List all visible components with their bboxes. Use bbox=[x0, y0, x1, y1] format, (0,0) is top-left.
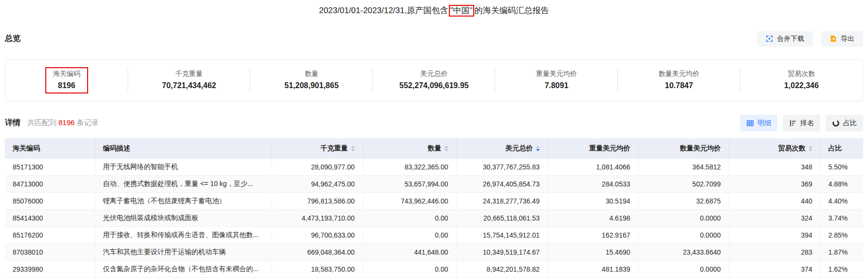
column-header-trade-count[interactable]: 贸易次数 bbox=[729, 138, 820, 159]
table-row[interactable]: 85171300用于无线网络的智能手机28,090,977.0083,322,3… bbox=[5, 159, 863, 176]
merge-download-icon bbox=[766, 35, 773, 42]
cell-hs-code: 29339980 bbox=[5, 261, 95, 278]
stat-inner: 千克重量70,721,434,462 bbox=[154, 67, 224, 93]
button-label: 合并下载 bbox=[777, 35, 804, 43]
column-header-usd-per-kg: 重量美元均价 bbox=[548, 138, 638, 159]
overview-heading: 总览 bbox=[5, 34, 20, 44]
cell-usd-per-kg: 15.4690 bbox=[548, 244, 638, 261]
cell-weight-kg: 94,962,475.00 bbox=[272, 176, 363, 193]
cell-trade-count: 440 bbox=[729, 193, 820, 210]
button-label: 明细 bbox=[757, 119, 771, 128]
cell-weight-kg: 669,048,364.00 bbox=[272, 244, 363, 261]
stat-label: 重量美元均价 bbox=[536, 70, 577, 78]
match-text: 共匹配到8196条记录 bbox=[27, 118, 98, 128]
table-row[interactable]: 85176200用于接收、转换和传输或再生语音、图像或其他数...96,700,… bbox=[5, 227, 863, 244]
merge-download-button[interactable]: 合并下载 bbox=[757, 31, 813, 47]
sort-asc-icon[interactable] bbox=[351, 146, 355, 148]
button-label: 导出 bbox=[841, 35, 854, 43]
header-buttons: 合并下载导出 bbox=[757, 31, 863, 47]
sort-carets[interactable] bbox=[536, 146, 540, 151]
cell-trade-count: 374 bbox=[729, 261, 820, 278]
stat-label: 千克重量 bbox=[175, 70, 203, 78]
export-button[interactable]: 导出 bbox=[821, 31, 863, 47]
stat-item: 重量美元均价7.8091 bbox=[495, 60, 618, 101]
cell-description: 用于接收、转换和传输或再生语音、图像或其他数... bbox=[95, 227, 272, 244]
stat-item: 海关编码8196 bbox=[5, 60, 128, 101]
stat-inner: 贸易次数1,022,346 bbox=[776, 67, 827, 93]
cell-usd-per-kg: 481.1839 bbox=[548, 261, 638, 278]
button-label: 占比 bbox=[843, 119, 857, 128]
table-head: 海关编码编码描述千克重量数量美元总价重量美元均价数量美元均价贸易次数占比 bbox=[5, 138, 863, 159]
sort-desc-icon[interactable] bbox=[444, 149, 448, 151]
table-row[interactable]: 87038010汽车和其他主要设计用于运输的机动车辆669,048,364.00… bbox=[5, 244, 863, 261]
column-header-total-usd[interactable]: 美元总价 bbox=[456, 138, 548, 159]
cell-share: 2.85% bbox=[820, 227, 863, 244]
sort-desc-icon[interactable] bbox=[809, 149, 813, 151]
report-page: 2023/01/01-2023/12/31,原产国包含"中国"的海关编码汇总报告… bbox=[0, 0, 868, 278]
cell-total-usd: 8,942,201,578.82 bbox=[456, 261, 548, 278]
cell-trade-count: 369 bbox=[729, 176, 820, 193]
stat-value: 552,274,096,619.95 bbox=[399, 81, 468, 90]
column-header-quantity[interactable]: 数量 bbox=[363, 138, 456, 159]
view-detail-button[interactable]: 明细 bbox=[740, 115, 777, 131]
stat-item: 千克重量70,721,434,462 bbox=[128, 60, 251, 101]
view-share-button[interactable]: 占比 bbox=[826, 115, 863, 131]
column-header-description: 编码描述 bbox=[95, 138, 272, 159]
stat-item: 数量51,208,901,865 bbox=[250, 60, 373, 101]
stat-value: 70,721,434,462 bbox=[162, 81, 216, 90]
stat-label: 数量 bbox=[305, 70, 318, 78]
column-label: 占比 bbox=[829, 144, 842, 153]
cell-usd-per-kg: 162.9167 bbox=[548, 227, 638, 244]
column-header-share: 占比 bbox=[820, 138, 863, 159]
cell-quantity: 441,648.00 bbox=[363, 244, 456, 261]
cell-share: 5.50% bbox=[820, 159, 863, 176]
sort-asc-icon[interactable] bbox=[536, 146, 540, 148]
button-label: 排名 bbox=[800, 119, 814, 128]
column-label: 海关编码 bbox=[13, 144, 40, 153]
stat-value: 51,208,901,865 bbox=[284, 81, 338, 90]
title-highlight-box: "中国" bbox=[449, 5, 474, 17]
cell-hs-code: 85076000 bbox=[5, 193, 95, 210]
cell-description: 仅含氮杂原子的杂环化合物（不包括含有未稠合的... bbox=[95, 261, 272, 278]
sort-desc-icon[interactable] bbox=[536, 149, 540, 151]
title-highlight: "中国" bbox=[450, 6, 473, 15]
export-icon bbox=[830, 35, 837, 42]
cell-weight-kg: 18,583,750.00 bbox=[272, 261, 363, 278]
cell-trade-count: 394 bbox=[729, 227, 820, 244]
cell-hs-code: 84713000 bbox=[5, 176, 95, 193]
cell-hs-code: 85176200 bbox=[5, 227, 95, 244]
sort-asc-icon[interactable] bbox=[809, 146, 813, 148]
column-label: 编码描述 bbox=[103, 144, 130, 153]
sort-carets[interactable] bbox=[809, 146, 813, 151]
view-ranking-button[interactable]: 排名 bbox=[783, 115, 820, 131]
cell-description: 锂离子蓄电池（不包括废锂离子蓄电池） bbox=[95, 193, 272, 210]
stat-label: 美元总价 bbox=[421, 70, 448, 78]
sort-asc-icon[interactable] bbox=[444, 146, 448, 148]
cell-usd-per-qty: 364.5812 bbox=[638, 159, 729, 176]
cell-weight-kg: 28,090,977.00 bbox=[272, 159, 363, 176]
table-row[interactable]: 85414300光伏电池组装成模块或制成面板4,473,193,710.000.… bbox=[5, 210, 863, 227]
stat-value: 8196 bbox=[58, 81, 75, 90]
stat-item: 美元总价552,274,096,619.95 bbox=[373, 60, 496, 101]
match-prefix: 共匹配到 bbox=[27, 118, 56, 127]
stat-item: 贸易次数1,022,346 bbox=[740, 60, 863, 101]
column-label: 数量美元均价 bbox=[680, 144, 721, 153]
table-row[interactable]: 29339980仅含氮杂原子的杂环化合物（不包括含有未稠合的...18,583,… bbox=[5, 261, 863, 278]
ranking-icon bbox=[789, 119, 797, 127]
pie-chart-icon bbox=[832, 119, 840, 127]
sort-carets[interactable] bbox=[351, 146, 355, 151]
cell-usd-per-qty: 23,433.8640 bbox=[638, 244, 729, 261]
cell-trade-count: 324 bbox=[729, 210, 820, 227]
cell-usd-per-qty: 0.0000 bbox=[638, 227, 729, 244]
table-row[interactable]: 85076000锂离子蓄电池（不包括废锂离子蓄电池）796,813,586.00… bbox=[5, 193, 863, 210]
sort-carets[interactable] bbox=[444, 146, 448, 151]
table-row[interactable]: 84713000自动、便携式数据处理机，重量 <= 10 kg，至少...94,… bbox=[5, 176, 863, 193]
sort-desc-icon[interactable] bbox=[351, 149, 355, 151]
cell-usd-per-kg: 4.6198 bbox=[548, 210, 638, 227]
column-header-weight-kg[interactable]: 千克重量 bbox=[272, 138, 363, 159]
cell-trade-count: 283 bbox=[729, 244, 820, 261]
cell-total-usd: 10,349,519,174.67 bbox=[456, 244, 548, 261]
view-toggle-group: 明细排名占比 bbox=[740, 115, 863, 131]
details-header: 详情 共匹配到8196条记录 明细排名占比 bbox=[5, 115, 863, 131]
cell-share: 3.74% bbox=[820, 210, 863, 227]
